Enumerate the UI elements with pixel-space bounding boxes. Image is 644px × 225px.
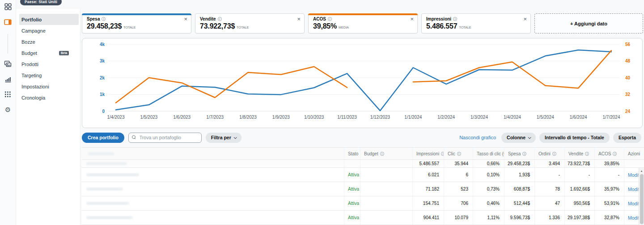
info-icon[interactable]: i [218,17,222,21]
column-header-name[interactable] [82,148,344,159]
close-icon[interactable]: × [523,16,527,22]
metric-cell: 32,87% [594,211,624,225]
redacted-portfolio-name [86,216,133,219]
settings-gear-icon[interactable]: ⚙ [4,105,12,113]
x-axis-tick: 1/11/2023 [337,115,357,120]
metric-card-acos[interactable]: ACOSi×39,85%MEDIA [308,13,418,33]
info-icon[interactable]: i [457,152,461,156]
column-header-tasso-di-clic-ctr[interactable]: Tasso di clic (CTR) [473,148,504,159]
creative-media-icon[interactable] [4,60,12,68]
column-header-budget[interactable]: Budgeti [360,148,412,159]
sidebar-item-label: Budget [21,50,37,56]
metric-cell: - [534,168,564,182]
sidebar-item-campagne[interactable]: Campagne [19,25,79,36]
column-header-label: Stato [348,151,358,156]
close-icon[interactable]: × [297,16,301,22]
info-icon[interactable]: i [380,152,384,156]
metric-label: ACOS [313,17,326,21]
sidebar-item-label: Impostazioni [21,84,49,89]
info-icon[interactable]: i [328,17,332,21]
apps-grid-icon[interactable] [4,90,12,98]
sidebar-item-portfolio[interactable]: Portfolio [19,14,79,25]
metric-value: 5.486.557 [426,22,457,30]
status-badge: Attiva [344,196,360,210]
column-header-label: Impressioni [416,151,439,156]
metric-cell: 904.411 [412,211,444,225]
columns-label: Colonne [507,135,525,140]
country-pill[interactable]: Paese: Stati Uniti [20,0,62,5]
budget-cell [360,211,412,225]
portfolio-name-cell [82,160,344,167]
filter-by-button[interactable]: Filtra per [206,133,242,143]
export-button[interactable]: Esporta [613,133,641,143]
info-icon[interactable]: i [585,152,589,156]
dashboard-grid-icon[interactable] [4,3,12,11]
status-badge: Attiva [344,211,360,225]
info-icon[interactable]: i [552,152,556,156]
table-scrollbar[interactable]: ▲ [639,168,644,225]
hide-chart-link[interactable]: Nascondi grafico [459,135,496,140]
scrollbar-thumb[interactable] [640,174,644,224]
close-icon[interactable]: × [410,16,414,22]
left-axis-tick: 3k [100,58,105,63]
sidebar-item-prodotti[interactable]: Prodotti [19,58,79,70]
columns-button[interactable]: Colonne [501,133,536,143]
metric-cell: 6.021 [412,168,444,182]
metric-suffix: TOTALE [237,25,249,29]
column-header-stato[interactable]: Stato [344,148,360,159]
main-content: Spesai×29.458,23$TOTALEVenditei×73.922,7… [80,9,644,225]
x-axis-tick: 1/5/2023 [140,115,157,120]
table-row[interactable]: Attiva6.02160,10%1,93$---Modif [82,168,644,182]
sidebar-item-targeting[interactable]: Targeting [19,70,79,81]
right-axis-tick: 32 [625,92,631,97]
column-header-clic[interactable]: Clici [444,148,473,159]
performance-chart-card: 01k2k3k4k24324048561/4/20231/5/20231/6/2… [82,38,643,128]
sidebar-item-bozze[interactable]: Bozze [19,36,79,47]
sidebar-item-budget[interactable]: BudgetBeta [19,47,79,58]
portfolios-table: StatoBudgetiImpressioniiCliciTasso di cl… [82,147,644,225]
scroll-up-icon[interactable]: ▲ [639,168,644,174]
metric-cell: 53,91% [594,196,624,210]
column-header-acos[interactable]: ACOSi [594,148,624,159]
status-badge: Attiva [344,182,360,196]
create-portfolio-button[interactable]: Crea portfolio [82,133,124,143]
add-metric-card[interactable]: + Aggiungi dato [534,13,643,33]
campaigns-card-icon[interactable] [4,18,12,26]
info-icon[interactable]: i [453,17,457,21]
sidebar-item-impostazioni[interactable]: Impostazioni [19,81,79,92]
info-icon[interactable]: i [102,17,106,21]
info-icon[interactable]: i [522,152,526,156]
table-row[interactable]: Attiva904.41110.0791,11%9.596,73$1.33629… [82,211,644,225]
table-row[interactable]: Attiva154.7517060,46%512,44$47950,56$53,… [82,196,644,211]
metric-label-row: Venditei [200,17,300,21]
table-row[interactable]: Attiva71.1825230,73%608,87$781.692,66$35… [82,182,644,196]
sidebar-nav: PortfolioCampagneBozzeBudgetBetaProdotti… [16,9,80,225]
close-icon[interactable]: × [184,16,187,22]
sidebar-item-cronologia[interactable]: Cronologia [19,92,79,103]
column-header-spesa[interactable]: Spesai [504,148,534,159]
sidebar-item-label: Targeting [21,73,42,78]
column-header-label: Azioni [628,151,640,156]
info-icon[interactable]: i [613,152,617,156]
metric-label-row: Impressionii [426,17,526,21]
column-header-azioni[interactable]: Azioni [624,148,644,159]
column-header-vendite[interactable]: Venditei [564,148,594,159]
x-axis-tick: 1/5/2024 [537,115,554,120]
metric-card-spesa[interactable]: Spesai×29.458,23$TOTALE [82,13,191,33]
right-axis-tick: 40 [625,75,631,80]
left-axis-tick: 0 [102,109,105,114]
metric-cell: 950,56$ [564,196,594,210]
column-header-ordini[interactable]: Ordinii [534,148,564,159]
metric-cell: 29.197,38$ [564,211,594,225]
x-axis-tick: 1/9/2023 [272,115,290,120]
search-input[interactable] [128,133,202,143]
metric-card-impressioni[interactable]: Impressionii×5.486.557TOTALE [421,13,531,33]
metric-card-vendite[interactable]: Venditei×73.922,73$TOTALE [195,13,305,33]
x-axis-tick: 1/8/2023 [239,115,257,120]
metric-cell: 9.596,73$ [504,211,534,225]
reports-chart-icon[interactable] [4,75,12,83]
filter-by-label: Filtra per [211,135,231,140]
column-header-impressioni[interactable]: Impressionii [412,148,444,159]
time-range-button[interactable]: Intervallo di tempo - Totale [539,133,610,143]
column-header-label: Budget [364,151,378,156]
